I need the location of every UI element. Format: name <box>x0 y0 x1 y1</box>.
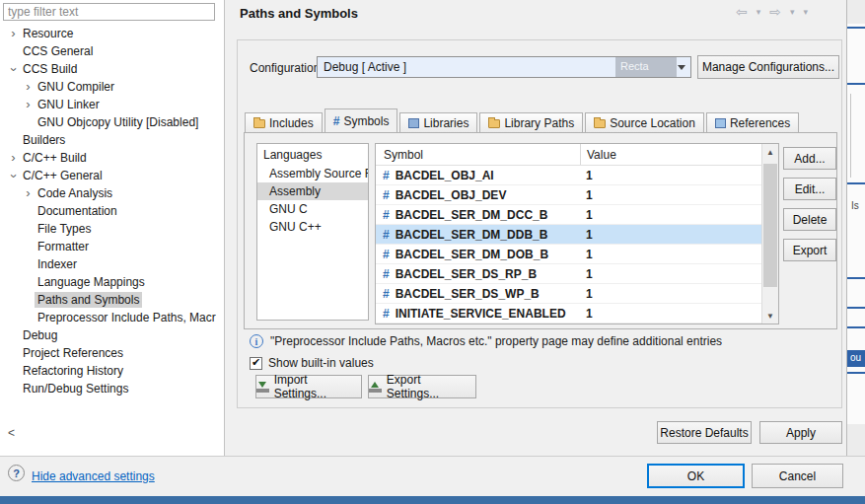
chevron-right-icon[interactable] <box>7 149 20 167</box>
sidebar-item-file-types[interactable]: File Types <box>0 220 224 238</box>
chevron-down-icon[interactable] <box>4 170 23 182</box>
sidebar-item-cpp-general[interactable]: C/C++ General <box>0 167 224 184</box>
references-icon <box>715 118 726 128</box>
language-item[interactable]: GNU C <box>257 200 368 218</box>
table-row[interactable]: BACDEL_SER_DS_RP_B1 <box>376 264 762 284</box>
language-item[interactable]: Assembly <box>257 182 368 200</box>
page-title: Paths and Symbols <box>240 6 358 21</box>
table-row[interactable]: BACDEL_SER_DM_DCC_B1 <box>376 205 762 225</box>
export-settings-button[interactable]: Export Settings... <box>368 375 476 398</box>
background-line <box>847 83 865 85</box>
sidebar-item-gnu-objcopy[interactable]: GNU Objcopy Utility [Disabled] <box>0 113 224 131</box>
scroll-left-icon[interactable]: < <box>8 426 15 440</box>
forward-dropdown-icon[interactable]: ▾ <box>790 7 795 17</box>
help-icon[interactable] <box>8 465 25 481</box>
sidebar-item-project-references[interactable]: Project References <box>0 344 224 362</box>
symbol-value: 1 <box>586 228 593 242</box>
sidebar-item-ccs-general[interactable]: CCS General <box>0 42 224 60</box>
chevron-down-icon[interactable] <box>4 63 23 76</box>
sidebar-item-label: Project References <box>20 345 126 361</box>
language-item[interactable]: GNU C++ <box>257 218 368 236</box>
export-button[interactable]: Export <box>783 239 836 261</box>
sidebar-item-cpp-build[interactable]: C/C++ Build <box>0 149 224 167</box>
import-settings-button[interactable]: Import Settings... <box>255 375 362 398</box>
chevron-down-icon[interactable] <box>678 65 685 70</box>
tab-references[interactable]: References <box>706 112 799 132</box>
cancel-button[interactable]: Cancel <box>752 464 843 488</box>
table-row[interactable]: INITIATE_SERVICE_ENABLED1 <box>376 304 762 324</box>
edit-button[interactable]: Edit... <box>783 178 836 200</box>
tab-symbols[interactable]: Symbols <box>324 108 398 132</box>
add-button[interactable]: Add... <box>783 147 836 170</box>
filter-input[interactable] <box>3 3 215 21</box>
sidebar-item-resource[interactable]: Resource <box>0 25 224 42</box>
tab-label: Library Paths <box>504 116 574 130</box>
background-text-fragment: Is <box>851 200 859 211</box>
scroll-down-icon[interactable] <box>762 308 778 324</box>
info-icon <box>250 334 263 348</box>
sidebar-item-label: Language Mappings <box>35 274 148 290</box>
forward-arrow-icon[interactable]: ⇨ <box>769 4 781 20</box>
column-header-symbol[interactable]: Symbol <box>376 148 423 162</box>
sidebar-item-language-mappings[interactable]: Language Mappings <box>0 273 224 291</box>
sidebar-item-documentation[interactable]: Documentation <box>0 202 224 220</box>
import-settings-label: Import Settings... <box>274 373 361 400</box>
chevron-right-icon[interactable] <box>7 25 20 42</box>
sidebar-item-run-debug-settings[interactable]: Run/Debug Settings <box>0 380 224 397</box>
ok-button[interactable]: OK <box>647 464 745 488</box>
manage-configurations-button[interactable]: Manage Configurations... <box>697 55 839 79</box>
sidebar-item-indexer[interactable]: Indexer <box>0 255 224 273</box>
configuration-label: Configuration: <box>250 61 324 75</box>
table-row[interactable]: BACDEL_SER_DS_WP_B1 <box>376 284 762 304</box>
sidebar-item-label: GNU Compiler <box>35 79 117 95</box>
delete-button[interactable]: Delete <box>783 208 836 231</box>
table-row[interactable]: BACDEL_OBJ_DEV1 <box>376 185 762 205</box>
configuration-combo[interactable]: Debug [ Active ] Recta <box>317 56 691 78</box>
sidebar-item-label: GNU Objcopy Utility [Disabled] <box>35 114 201 130</box>
sidebar-item-formatter[interactable]: Formatter <box>0 238 224 255</box>
chevron-right-icon[interactable] <box>22 78 35 96</box>
sidebar-item-paths-and-symbols[interactable]: Paths and Symbols <box>0 291 224 309</box>
tab-source-location[interactable]: Source Location <box>585 112 704 132</box>
scroll-up-icon[interactable] <box>762 144 778 160</box>
background-line <box>847 182 865 184</box>
export-settings-label: Export Settings... <box>387 373 475 400</box>
background-line <box>847 27 865 29</box>
hash-icon <box>333 114 340 128</box>
show-builtin-values-checkbox[interactable]: Show built-in values <box>250 356 374 370</box>
table-rows: BACDEL_OBJ_AI1 BACDEL_OBJ_DEV1 BACDEL_SE… <box>376 166 762 324</box>
sidebar-item-debug[interactable]: Debug <box>0 326 224 344</box>
back-arrow-icon[interactable]: ⇦ <box>736 4 748 20</box>
sidebar-item-refactoring-history[interactable]: Refactoring History <box>0 362 224 380</box>
scrollbar-thumb[interactable] <box>763 164 777 287</box>
view-menu-icon[interactable]: ▾ <box>804 7 809 17</box>
apply-button[interactable]: Apply <box>759 421 842 444</box>
tab-library-paths[interactable]: Library Paths <box>479 112 583 132</box>
table-row-selected[interactable]: BACDEL_SER_DM_DDB_B1 <box>376 225 762 245</box>
back-dropdown-icon[interactable]: ▾ <box>757 7 761 17</box>
column-header-value[interactable]: Value <box>580 144 616 165</box>
restore-defaults-button[interactable]: Restore Defaults <box>657 421 752 444</box>
sidebar-item-preprocessor-include-paths[interactable]: Preprocessor Include Paths, Macr <box>0 309 224 326</box>
sidebar-item-builders[interactable]: Builders <box>0 131 224 149</box>
table-row[interactable]: BACDEL_SER_DM_DOB_B1 <box>376 245 762 264</box>
tab-libraries[interactable]: Libraries <box>399 112 477 132</box>
import-settings-icon <box>256 381 269 393</box>
vertical-scrollbar[interactable] <box>761 144 778 324</box>
symbol-value: 1 <box>586 267 593 281</box>
table-row[interactable]: BACDEL_OBJ_AI1 <box>376 166 762 185</box>
language-item[interactable]: Assembly Source Fi <box>257 165 368 182</box>
sidebar-item-ccs-build[interactable]: CCS Build <box>0 60 224 78</box>
checkbox-icon[interactable] <box>250 357 262 370</box>
sidebar-item-label: CCS Build <box>20 61 80 77</box>
hide-advanced-settings-link[interactable]: Hide advanced settings <box>32 469 155 483</box>
sidebar-item-code-analysis[interactable]: Code Analysis <box>0 184 224 202</box>
tab-includes[interactable]: Includes <box>245 112 323 132</box>
symbol-value: 1 <box>586 169 593 182</box>
sidebar-item-gnu-linker[interactable]: GNU Linker <box>0 96 224 113</box>
sidebar-item-label: Resource <box>20 26 76 41</box>
hash-icon <box>376 248 396 261</box>
chevron-right-icon[interactable] <box>22 96 35 113</box>
sidebar-item-gnu-compiler[interactable]: GNU Compiler <box>0 78 224 96</box>
chevron-right-icon[interactable] <box>22 184 35 202</box>
